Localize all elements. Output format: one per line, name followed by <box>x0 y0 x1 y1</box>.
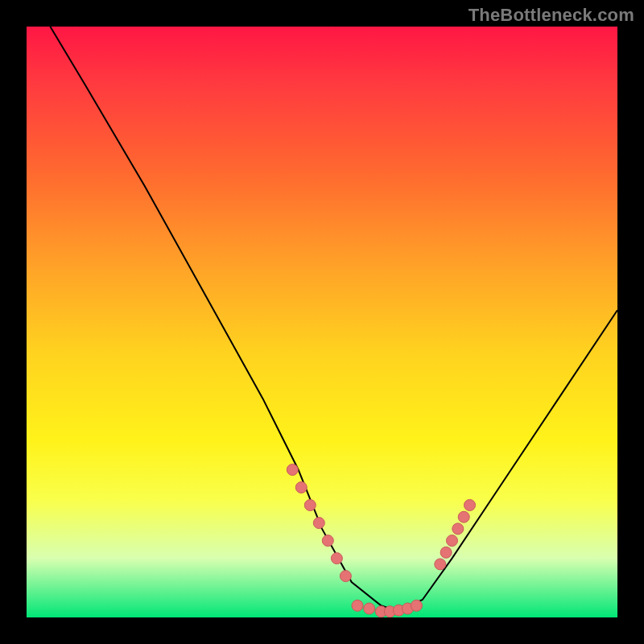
data-marker <box>411 600 422 611</box>
data-marker <box>295 482 307 493</box>
data-marker <box>287 464 298 476</box>
data-marker <box>313 518 324 529</box>
data-marker <box>435 559 446 570</box>
bottleneck-curve <box>50 27 617 612</box>
data-marker <box>458 511 469 522</box>
data-marker <box>331 553 342 564</box>
data-marker <box>364 603 375 614</box>
chart-svg <box>27 27 617 617</box>
data-marker <box>447 535 458 547</box>
plot-area <box>27 27 617 617</box>
watermark-text: TheBottleneck.com <box>469 5 634 26</box>
data-marker <box>340 571 351 582</box>
marker-cluster-right <box>435 500 476 570</box>
marker-cluster-bottom <box>352 600 422 617</box>
data-marker <box>352 600 363 611</box>
data-marker <box>440 547 452 558</box>
data-marker <box>322 535 333 547</box>
chart-frame: TheBottleneck.com <box>0 0 644 644</box>
data-marker <box>452 523 464 535</box>
data-marker <box>464 500 476 511</box>
data-marker <box>304 500 316 511</box>
